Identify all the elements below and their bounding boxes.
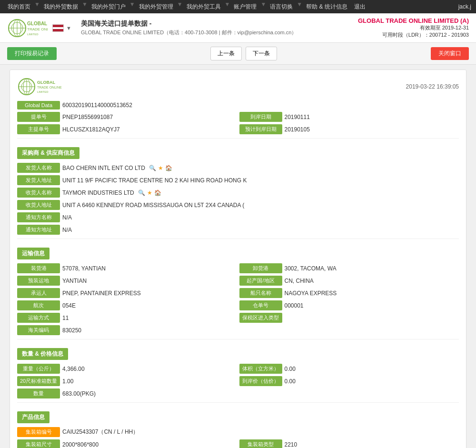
nav-home[interactable]: 我的首页 bbox=[5, 1, 33, 13]
container-no-label: 集装箱编号 bbox=[17, 427, 60, 437]
close-button-top[interactable]: 关闭窗口 bbox=[431, 47, 469, 60]
est-arrival-label: 预计到岸日期 bbox=[239, 124, 282, 134]
flag-icon bbox=[52, 24, 64, 32]
master-bill-value: HLCUSZX1812AQYJ7 bbox=[62, 126, 237, 133]
transport-section: 运输信息 装货港 57078, YANTIAN 卸货港 3002, TACOMA… bbox=[17, 243, 459, 335]
notify-name-row: 通知方名称 N/A bbox=[17, 212, 459, 222]
voyage-label: 航次 bbox=[17, 300, 60, 310]
loading-port-value: 57078, YANTIAN bbox=[62, 265, 237, 272]
containers-20-value: 1.00 bbox=[62, 378, 237, 385]
page-title-area: 美国海关进口提单数据 - GLOBAL TRADE ONLINE LIMITED… bbox=[71, 20, 358, 36]
account-info: GLOBAL TRADE ONLINE LIMITED (A) 有效期至 201… bbox=[358, 17, 469, 39]
nav-trade-data[interactable]: 我的外贸数据 bbox=[41, 1, 81, 13]
nav-portal[interactable]: 我的外贸门户 bbox=[89, 1, 129, 13]
quantity-price-section: 数量 & 价格信息 重量（公斤） 4,366.00 体积（立方米） 0.00 2… bbox=[17, 343, 459, 398]
nav-help[interactable]: 帮助 & 统计信息 bbox=[303, 1, 350, 13]
nav-tools[interactable]: 我的外贸工具 bbox=[184, 1, 224, 13]
consignee-addr-value: UNIT A 6460 KENNEDY ROAD MISSISSAUGA ON … bbox=[62, 202, 459, 209]
est-loading-label: 预装运地 bbox=[17, 276, 60, 286]
volume-label: 体积（立方米） bbox=[239, 364, 282, 374]
quantity-price-title: 数量 & 价格信息 bbox=[17, 348, 68, 360]
master-bill-row: 主提单号 HLCUSZX1812AQYJ7 预计到岸日期 20190105 bbox=[17, 124, 459, 134]
est-arrival-value: 20190105 bbox=[285, 126, 459, 133]
shipper-name-row: 发货人名称 BAO CHERN INTL ENT CO LTD 🔍 ★ 🏠 bbox=[17, 163, 459, 173]
transport-mode-row: 运输方式 11 保税区进入类型 bbox=[17, 313, 459, 323]
container-no-value: CAIU2543307（CN / L / HH） bbox=[62, 428, 459, 436]
loading-port-row: 装货港 57078, YANTIAN 卸货港 3002, TACOMA, WA bbox=[17, 263, 459, 273]
container-size-row: 集装箱尺寸 2000*806*800 集装箱类型 2210 bbox=[17, 439, 459, 448]
home-icon-consignee[interactable]: 🏠 bbox=[154, 189, 161, 196]
search-icon-consignee[interactable]: 🔍 bbox=[138, 189, 145, 196]
nav-language[interactable]: 语言切换 bbox=[267, 1, 296, 13]
record-timestamp: 2019-03-22 16:39:05 bbox=[406, 83, 459, 90]
arrival-price-label: 到岸价（估价） bbox=[239, 376, 282, 386]
nav-buttons: 上一条 下一条 bbox=[210, 47, 277, 60]
shipper-addr-row: 发货人地址 UNIT 11 9/F PACIFIC TRADE CENTRE N… bbox=[17, 175, 459, 185]
arrival-date-value: 20190111 bbox=[285, 114, 459, 120]
nav-menu: 我的首页 ▼ 我的外贸数据 ▼ 我的外贸门户 ▼ 我的外贸管理 ▼ 我的外贸工具… bbox=[5, 1, 368, 13]
qty-row: 数量 683.00(PKG) bbox=[17, 388, 459, 398]
language-selector[interactable]: ▼ bbox=[52, 24, 71, 32]
transport-mode-value: 11 bbox=[62, 315, 237, 321]
svg-text:LIMITED: LIMITED bbox=[37, 90, 49, 93]
consignee-name-value: TAYMOR INDUSTRIES LTD bbox=[62, 189, 134, 196]
bill-arrival-row: 提单号 PNEP18556991087 到岸日期 20190111 bbox=[17, 112, 459, 122]
loading-port-label: 装货港 bbox=[17, 263, 60, 273]
global-data-label: Global Data bbox=[17, 101, 60, 110]
global-data-value: 60032019011400005​13652 bbox=[62, 102, 459, 109]
search-icon-shipper[interactable]: 🔍 bbox=[149, 165, 156, 171]
star-icon-shipper[interactable]: ★ bbox=[158, 165, 163, 171]
language-text: ▼ bbox=[66, 25, 71, 31]
next-button-top[interactable]: 下一条 bbox=[246, 47, 277, 60]
notify-name-label: 通知方名称 bbox=[17, 212, 60, 222]
svg-text:GLOBAL: GLOBAL bbox=[27, 21, 47, 26]
buyer-supplier-title: 采购商 & 供应商信息 bbox=[17, 147, 79, 159]
weight-value: 4,366.00 bbox=[62, 366, 237, 372]
buyer-supplier-section: 采购商 & 供应商信息 发货人名称 BAO CHERN INTL ENT CO … bbox=[17, 142, 459, 235]
qty-label: 数量 bbox=[17, 388, 60, 398]
notify-addr-label: 通知方地址 bbox=[17, 225, 60, 235]
master-bill-label: 主提单号 bbox=[17, 124, 60, 134]
prev-button-top[interactable]: 上一条 bbox=[210, 47, 242, 60]
svg-text:TRADE ONLINE: TRADE ONLINE bbox=[37, 86, 62, 89]
unloading-port-label: 卸货港 bbox=[239, 263, 282, 273]
consignee-addr-row: 收货人地址 UNIT A 6460 KENNEDY ROAD MISSISSAU… bbox=[17, 200, 459, 210]
notify-name-value: N/A bbox=[62, 214, 459, 221]
bill-count-value: 000001 bbox=[285, 302, 459, 309]
home-icon-shipper[interactable]: 🏠 bbox=[165, 165, 172, 171]
arrival-date-label: 到岸日期 bbox=[239, 112, 282, 122]
page-subtitle: GLOBAL TRADE ONLINE LIMITED（电话：400-710-3… bbox=[81, 29, 358, 36]
carrier-row: 承运人 PNEP, PANTAINER EXPRESS 船只名称 NAGOYA … bbox=[17, 288, 459, 298]
shipper-name-label: 发货人名称 bbox=[17, 163, 60, 173]
svg-text:GLOBAL: GLOBAL bbox=[37, 80, 55, 85]
customs-code-label: 海关编码 bbox=[17, 325, 60, 335]
main-content: GLOBAL TRADE ONLINE LIMITED 2019-03-22 1… bbox=[0, 65, 476, 448]
containers-row: 20尺标准箱数量 1.00 到岸价（估价） 0.00 bbox=[17, 376, 459, 386]
notify-addr-row: 通知方地址 N/A bbox=[17, 225, 459, 235]
svg-text:LIMITED: LIMITED bbox=[27, 33, 39, 36]
voyage-value: 054E bbox=[62, 302, 237, 309]
star-icon-consignee[interactable]: ★ bbox=[147, 189, 152, 196]
volume-value: 0.00 bbox=[285, 366, 459, 372]
header-left: GLOBAL TRADE ONLINE LIMITED ▼ bbox=[7, 18, 71, 38]
svg-text:TRADE ONLINE: TRADE ONLINE bbox=[27, 27, 48, 31]
carrier-value: PNEP, PANTAINER EXPRESS bbox=[62, 290, 237, 297]
bill-no-value: PNEP18556991087 bbox=[62, 114, 237, 120]
nav-account[interactable]: 账户管理 bbox=[231, 1, 259, 13]
nav-management[interactable]: 我的外贸管理 bbox=[136, 1, 176, 13]
print-button-top[interactable]: 打印报易记录 bbox=[7, 47, 57, 60]
card-header: GLOBAL TRADE ONLINE LIMITED 2019-03-22 1… bbox=[17, 77, 459, 96]
nav-logout[interactable]: 退出 bbox=[351, 1, 368, 13]
notify-addr-value: N/A bbox=[62, 227, 459, 233]
consignee-name-row: 收货人名称 TAYMOR INDUSTRIES LTD 🔍 ★ 🏠 bbox=[17, 188, 459, 198]
container-no-row: 集装箱编号 CAIU2543307（CN / L / HH） bbox=[17, 427, 459, 437]
voyage-row: 航次 054E 仓单号 000001 bbox=[17, 300, 459, 310]
consignee-name-label: 收货人名称 bbox=[17, 188, 60, 198]
arrival-price-value: 0.00 bbox=[285, 378, 459, 385]
est-loading-row: 预装运地 YANTIAN 起产国/地区 CN, CHINA bbox=[17, 276, 459, 286]
transport-mode-label: 运输方式 bbox=[17, 313, 60, 323]
container-type-label: 集装箱类型 bbox=[239, 439, 282, 448]
page-header: GLOBAL TRADE ONLINE LIMITED ▼ 美国海关进口提单数据… bbox=[0, 13, 476, 43]
containers-20-label: 20尺标准箱数量 bbox=[17, 376, 60, 386]
ftz-label: 保税区进入类型 bbox=[239, 313, 282, 323]
